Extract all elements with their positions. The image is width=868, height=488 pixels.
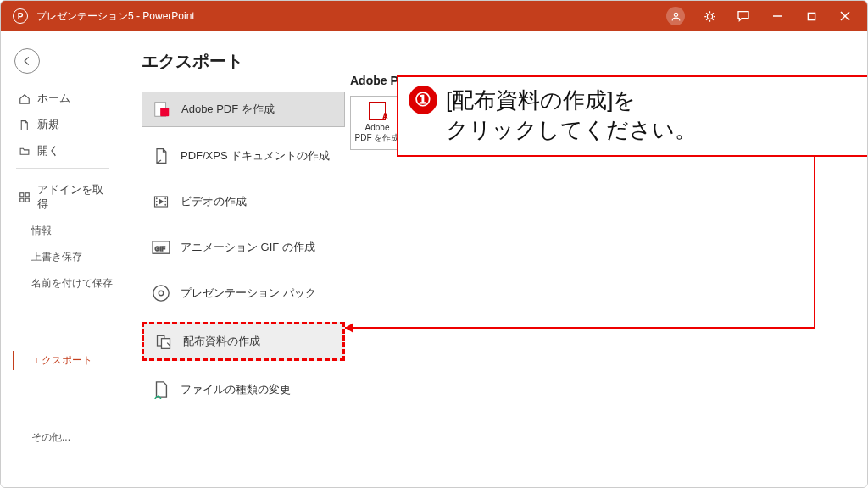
export-item-label: ファイルの種類の変更 [181,382,291,397]
page-title: エクスポート [142,50,847,73]
gif-icon: GIF [152,238,170,257]
preview-tile-line2: PDF を作成 [355,132,400,144]
nav-save-label: 上書き保存 [31,250,82,264]
svg-point-13 [156,198,157,199]
nav-export[interactable]: エクスポート [1,347,121,374]
export-pdf-xps[interactable]: PDF/XPS ドキュメントの作成 [142,139,345,173]
titlebar: P プレゼンテーション5 - PowerPoint [1,1,867,31]
new-file-icon [18,119,31,131]
document-icon [152,147,170,165]
nav-new-label: 新規 [37,118,59,132]
back-button[interactable] [14,48,40,74]
export-page: エクスポート Adobe PDF を作成 PDF/XPS ドキュメントの作成 ビ… [121,31,867,487]
coming-soon-button[interactable] [693,1,726,31]
nav-other-label: その他... [31,430,70,445]
export-item-label: プレゼンテーション パック [181,286,316,301]
export-item-label: Adobe PDF を作成 [181,102,275,117]
nav-export-label: エクスポート [31,353,92,368]
nav-info-label: 情報 [31,224,52,238]
nav-open-label: 開く [37,144,59,158]
svg-point-18 [165,204,166,205]
export-item-label: PDF/XPS ドキュメントの作成 [181,148,330,164]
svg-point-17 [165,202,166,202]
minimize-button[interactable] [760,1,794,31]
svg-rect-8 [19,198,23,202]
svg-point-1 [707,14,712,19]
nav-home-label: ホーム [37,92,70,106]
export-adobe-pdf[interactable]: Adobe PDF を作成 [142,92,345,127]
folder-open-icon [18,145,31,158]
nav-addins-label: アドインを取得 [37,183,113,212]
nav-new[interactable]: 新規 [1,112,121,138]
window-title: プレゼンテーション5 - PowerPoint [36,9,195,24]
annotation-arrow [340,141,868,345]
home-icon [18,92,31,105]
annotation-callout: ① [配布資料の作成]を クリックしてください。 [397,75,868,157]
svg-point-22 [159,291,164,296]
nav-open[interactable]: 開く [1,138,121,164]
svg-point-14 [156,202,157,202]
svg-rect-9 [25,198,29,202]
avatar-icon [666,7,685,25]
svg-text:GIF: GIF [155,245,166,252]
annotation-number-badge: ① [409,86,437,114]
powerpoint-window: P プレゼンテーション5 - PowerPoint ホーム 新規 開く [0,0,868,488]
powerpoint-icon: P [13,8,28,24]
svg-rect-7 [25,193,29,197]
video-icon [152,192,170,211]
export-item-label: アニメーション GIF の作成 [181,240,315,255]
export-gif[interactable]: GIF アニメーション GIF の作成 [142,230,345,264]
disc-icon [152,284,170,302]
pdf-emblem-icon [369,102,386,120]
separator [16,168,109,169]
svg-rect-3 [808,13,815,19]
close-button[interactable] [828,1,862,31]
feedback-button[interactable] [726,1,760,31]
export-handouts[interactable]: 配布資料の作成 [142,322,345,361]
maximize-button[interactable] [794,1,828,31]
annotation-text: [配布資料の作成]を クリックしてください。 [446,86,697,145]
export-options-list: Adobe PDF を作成 PDF/XPS ドキュメントの作成 ビデオの作成 G… [142,92,345,407]
export-package[interactable]: プレゼンテーション パック [142,276,345,310]
export-item-label: ビデオの作成 [181,194,247,209]
svg-point-16 [165,198,166,199]
nav-save[interactable]: 上書き保存 [1,244,121,270]
nav-saveas-label: 名前を付けて保存 [31,276,113,291]
svg-point-15 [156,204,157,205]
nav-addins[interactable]: アドインを取得 [1,177,121,218]
svg-rect-6 [19,193,23,197]
export-video[interactable]: ビデオの作成 [142,185,345,219]
handout-icon [154,332,173,351]
svg-point-0 [674,13,677,16]
nav-other[interactable]: その他... [1,424,121,451]
nav-home[interactable]: ホーム [1,86,121,112]
addin-icon [18,191,31,204]
backstage-sidebar: ホーム 新規 開く アドインを取得 情報 上書き保存 名前を付けて保存 エクスポ… [1,31,121,487]
account-button[interactable] [659,1,693,31]
pdf-icon [153,100,171,119]
svg-rect-24 [162,339,170,349]
export-change-type[interactable]: ファイルの種類の変更 [142,373,345,407]
svg-point-21 [153,286,169,301]
export-item-label: 配布資料の作成 [183,334,260,349]
preview-tile-line1: Adobe [365,123,390,132]
nav-info[interactable]: 情報 [1,218,121,244]
nav-saveas[interactable]: 名前を付けて保存 [1,270,121,297]
change-type-icon [152,380,170,399]
svg-rect-11 [160,108,169,116]
